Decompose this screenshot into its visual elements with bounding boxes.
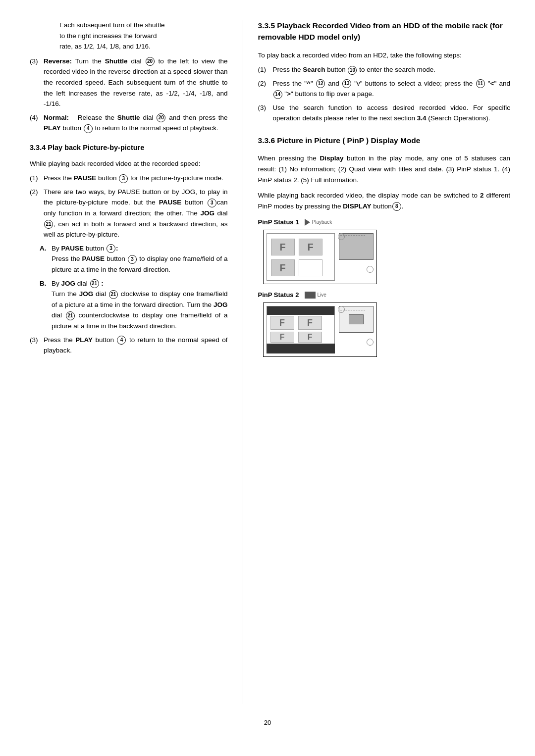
play-bold2: PLAY bbox=[75, 336, 93, 344]
circle-4a: 4 bbox=[84, 124, 93, 133]
up-bold: ^ bbox=[307, 80, 311, 87]
list-num-334-2: (2) bbox=[30, 187, 44, 240]
circle-11: 11 bbox=[476, 79, 485, 88]
page-number: 20 bbox=[0, 719, 535, 726]
pinp1-label-row: PinP Status 1 Playback bbox=[258, 218, 510, 226]
list-item-reverse: (3) Reverse: Turn the Shuttle dial 20 to… bbox=[30, 56, 228, 109]
list-item-334-2: (2) There are two ways, by PAUSE button … bbox=[30, 187, 228, 240]
list-num-4: (4) bbox=[30, 112, 44, 134]
list-content-334-3: Press the PLAY button 4 to return to the… bbox=[44, 335, 228, 356]
list-num-334-3: (3) bbox=[30, 335, 44, 356]
section-336-title: 3.3.6 Picture in Picture ( PinP ) Displa… bbox=[258, 135, 510, 146]
list-num-335-2: (2) bbox=[258, 78, 273, 100]
circle-13: 13 bbox=[342, 79, 351, 88]
section-334-title: 3.3.4 Play back Picture-by-picture bbox=[30, 143, 228, 153]
pause-bold3: PAUSE bbox=[61, 245, 84, 252]
pinp2-label: PinP Status 2 bbox=[258, 291, 303, 299]
playback-arrow-icon bbox=[305, 219, 310, 226]
list-item-334-3: (3) Press the PLAY button 4 to return to… bbox=[30, 335, 228, 356]
circle-12: 12 bbox=[316, 79, 325, 88]
list-content-335-1: Press the Search button 10 to enter the … bbox=[273, 64, 510, 75]
sub-item-a: A. By PAUSE button 3: Press the PAUSE bu… bbox=[40, 243, 228, 275]
list-content-normal: Normal: Release the Shuttle dial 20 and … bbox=[44, 112, 228, 134]
colon-a: : bbox=[116, 245, 118, 252]
pause-bold2: PAUSE bbox=[159, 199, 182, 206]
jog-bold2: JOG bbox=[61, 280, 76, 287]
list-item-335-3: (3) Use the search function to access de… bbox=[258, 102, 510, 124]
sub-content-a: By PAUSE button 3: Press the PAUSE butto… bbox=[52, 243, 228, 275]
list-item-334-1: (1) Press the PAUSE button 3 for the pic… bbox=[30, 173, 228, 184]
page: Each subsequent turn of the shuttle to t… bbox=[0, 0, 535, 756]
section-336-para2: While playing back recorded video, the d… bbox=[258, 190, 510, 211]
circle-3d: 3 bbox=[128, 255, 137, 264]
display-bold1: Display bbox=[320, 154, 343, 162]
right-column: 3.3.5 Playback Recorded Video from an HD… bbox=[243, 20, 535, 704]
pinp1-label: PinP Status 1 bbox=[258, 218, 303, 226]
list-content-334-1: Press the PAUSE button 3 for the picture… bbox=[44, 173, 228, 184]
circle-21a: 21 bbox=[44, 220, 53, 229]
num-2-bold: 2 bbox=[480, 192, 484, 199]
list-item-335-2: (2) Press the "^" 12 and 13 "v" buttons … bbox=[258, 78, 510, 100]
colon-b: : bbox=[101, 280, 104, 287]
circle-14: 14 bbox=[273, 90, 282, 99]
pinp1-sublabel: Playback bbox=[312, 219, 332, 225]
two-column-layout: Each subsequent turn of the shuttle to t… bbox=[0, 20, 535, 704]
section-335-intro: To play back a recorded video from an HD… bbox=[258, 50, 510, 61]
pause-bold4: PAUSE bbox=[82, 255, 105, 262]
pinp1-circle-tr bbox=[338, 233, 345, 240]
sub-item-b: B. By JOG dial 21 : Turn the JOG dial 21… bbox=[40, 278, 228, 332]
pinp2-diagram: F F F F bbox=[263, 302, 377, 357]
pinp2-dashed-line bbox=[340, 310, 365, 310]
circle-3a: 3 bbox=[119, 174, 128, 183]
list-item-335-1: (1) Press the Search button 10 to enter … bbox=[258, 64, 510, 75]
section-336-para1: When pressing the Display button in the … bbox=[258, 153, 510, 185]
jog-bold3: JOG bbox=[79, 290, 94, 298]
shuttle-bold: Shuttle bbox=[105, 57, 128, 65]
circle-3c: 3 bbox=[107, 244, 115, 253]
pinp2-f4: F bbox=[298, 332, 322, 343]
list-num-335-3: (3) bbox=[258, 102, 273, 124]
pinp2-f1: F bbox=[270, 316, 294, 330]
list-content-335-2: Press the "^" 12 and 13 "v" buttons to s… bbox=[273, 78, 510, 100]
sub-label-b: B. bbox=[40, 278, 52, 332]
jog-bold1: JOG bbox=[200, 209, 214, 217]
pinp2-f3: F bbox=[270, 332, 294, 343]
pinp1-f3: F bbox=[271, 259, 295, 276]
left-column: Each subsequent turn of the shuttle to t… bbox=[0, 20, 243, 704]
intro-text: Each subsequent turn of the shuttle to t… bbox=[59, 20, 228, 52]
list-content-335-3: Use the search function to access desire… bbox=[273, 102, 510, 124]
circle-20a: 20 bbox=[146, 57, 155, 66]
list-item-normal: (4) Normal: Release the Shuttle dial 20 … bbox=[30, 112, 228, 134]
ref-34: 3.4 bbox=[417, 114, 427, 122]
sub-label-a: A. bbox=[40, 243, 52, 275]
pinp1-f4 bbox=[299, 259, 322, 276]
list-content-reverse: Reverse: Turn the Shuttle dial 20 to the… bbox=[44, 56, 228, 109]
list-num-3: (3) bbox=[30, 56, 44, 109]
pinp1-f1: F bbox=[271, 239, 295, 255]
reverse-label: Reverse: bbox=[44, 57, 72, 65]
circle-8: 8 bbox=[392, 202, 401, 211]
circle-20b: 20 bbox=[157, 113, 165, 122]
pinp2-circle-br bbox=[367, 339, 374, 346]
circle-21b: 21 bbox=[90, 279, 99, 288]
section-334-intro: While playing back recorded video at the… bbox=[30, 158, 228, 169]
pinp1-circle-br bbox=[367, 266, 374, 273]
circle-4b: 4 bbox=[117, 336, 126, 345]
circle-21d: 21 bbox=[66, 311, 75, 320]
normal-label: Normal: bbox=[44, 114, 69, 121]
circle-3b: 3 bbox=[208, 199, 216, 207]
gt-bold: > bbox=[287, 90, 291, 98]
sub-content-b: By JOG dial 21 : Turn the JOG dial 21 cl… bbox=[52, 278, 228, 332]
pinp1-dashed-line bbox=[340, 235, 365, 236]
pinp2-f2: F bbox=[298, 316, 322, 330]
list-content-334-2: There are two ways, by PAUSE button or b… bbox=[44, 187, 228, 240]
pinp1-f2: F bbox=[299, 239, 322, 255]
pinp2-icon bbox=[305, 292, 316, 299]
section-335-title: 3.3.5 Playback Recorded Video from an HD… bbox=[258, 20, 510, 43]
pinp2-circle-tr bbox=[338, 306, 345, 313]
list-num-335-1: (1) bbox=[258, 64, 273, 75]
pinp1-diagram: F F F bbox=[263, 230, 377, 284]
pinp2-small-inner bbox=[349, 314, 364, 324]
play-bold1: PLAY bbox=[44, 124, 61, 132]
pinp2-label-row: PinP Status 2 Live bbox=[258, 291, 510, 299]
